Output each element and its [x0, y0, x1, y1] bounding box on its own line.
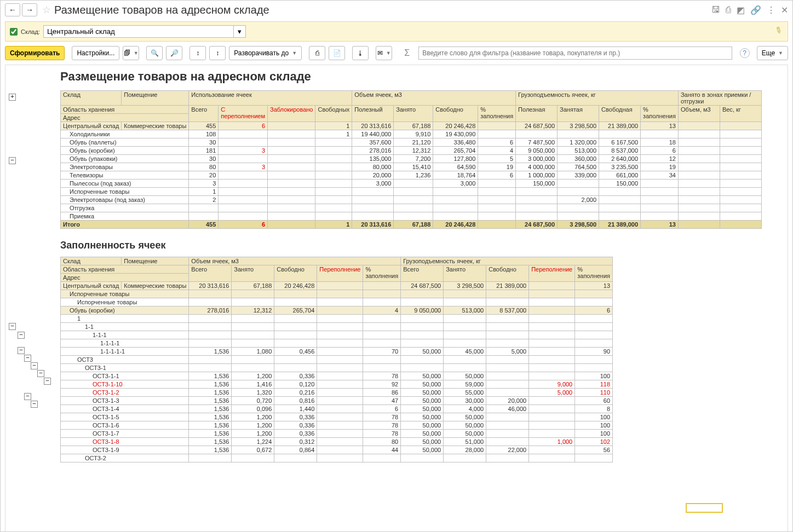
tree-collapse[interactable]: −	[44, 378, 51, 385]
settings-button[interactable]: Настройки...	[72, 46, 119, 60]
find-button[interactable]: 🔍	[146, 46, 163, 60]
close-icon[interactable]: ✕	[781, 5, 788, 15]
tree-collapse[interactable]: −	[18, 347, 25, 354]
report2-table: СкладПомещение Объем ячеек, м3 Грузоподъ…	[60, 257, 613, 462]
preview-button[interactable]: 📄	[329, 46, 345, 60]
save-icon[interactable]: 🖫	[711, 5, 720, 15]
help-icon[interactable]: ?	[740, 48, 750, 58]
back-button[interactable]: ←	[5, 3, 20, 16]
more-button[interactable]: Еще▼	[757, 46, 788, 60]
selection-indicator	[686, 503, 723, 513]
pin-icon[interactable]: ✎	[773, 24, 784, 37]
combo-dropdown-button[interactable]: ▾	[234, 25, 246, 38]
tree-collapse[interactable]: −	[9, 323, 16, 330]
filter-bar: Склад: ▾ ✎	[5, 21, 788, 42]
save-button[interactable]: ⭳	[352, 46, 369, 60]
variants-button[interactable]: 🗐▼	[123, 46, 139, 60]
tree-collapse[interactable]: −	[24, 355, 31, 362]
warehouse-checkbox[interactable]	[10, 28, 18, 36]
compare-icon[interactable]: ◩	[737, 5, 745, 15]
warehouse-label: Склад:	[21, 28, 40, 35]
tree-collapse[interactable]: −	[37, 370, 44, 377]
forward-button[interactable]: →	[22, 3, 37, 16]
warehouse-combo[interactable]: ▾	[43, 25, 246, 38]
report2-title: Заполненность ячеек	[60, 240, 785, 251]
tree-expand[interactable]: +	[9, 94, 16, 101]
send-button[interactable]: ✉▼	[376, 46, 392, 60]
sigma-icon[interactable]: Σ	[401, 48, 413, 58]
tree-collapse[interactable]: −	[9, 157, 16, 164]
print-icon[interactable]: ⎙	[726, 5, 731, 15]
warehouse-input[interactable]	[43, 25, 234, 38]
tree-collapse[interactable]: −	[31, 362, 38, 369]
menu-icon[interactable]: ⋮	[767, 5, 775, 15]
title-bar: ← → ☆ Размещение товаров на адресном скл…	[1, 1, 792, 19]
expand-button[interactable]: ↕	[209, 46, 226, 60]
favorite-icon[interactable]: ☆	[42, 4, 51, 16]
generate-button[interactable]: Сформировать	[5, 46, 65, 60]
collapse-button[interactable]: ↕	[189, 46, 206, 60]
tree-collapse[interactable]: −	[31, 401, 38, 408]
report-title: Размещение товаров на адресном складе	[60, 70, 785, 84]
window-title: Размещение товаров на адресном складе	[54, 4, 269, 16]
tree-collapse[interactable]: −	[18, 332, 25, 339]
report-area[interactable]: + − − − − − − − − − − Размещение товаров…	[5, 65, 788, 532]
print-button[interactable]: ⎙	[309, 46, 325, 60]
tree-collapse[interactable]: −	[24, 393, 31, 400]
toolbar: Сформировать Настройки... 🗐▼ 🔍 🔎 ↕ ↕ Раз…	[1, 44, 792, 62]
expand-to-button[interactable]: Разворачивать до▼	[229, 46, 302, 60]
text-filter-input[interactable]	[418, 47, 732, 60]
report1-table: СкладПомещение Использование ячеек Объем…	[60, 90, 762, 229]
find-next-button[interactable]: 🔎	[166, 46, 182, 60]
link-icon[interactable]: 🔗	[750, 5, 761, 15]
